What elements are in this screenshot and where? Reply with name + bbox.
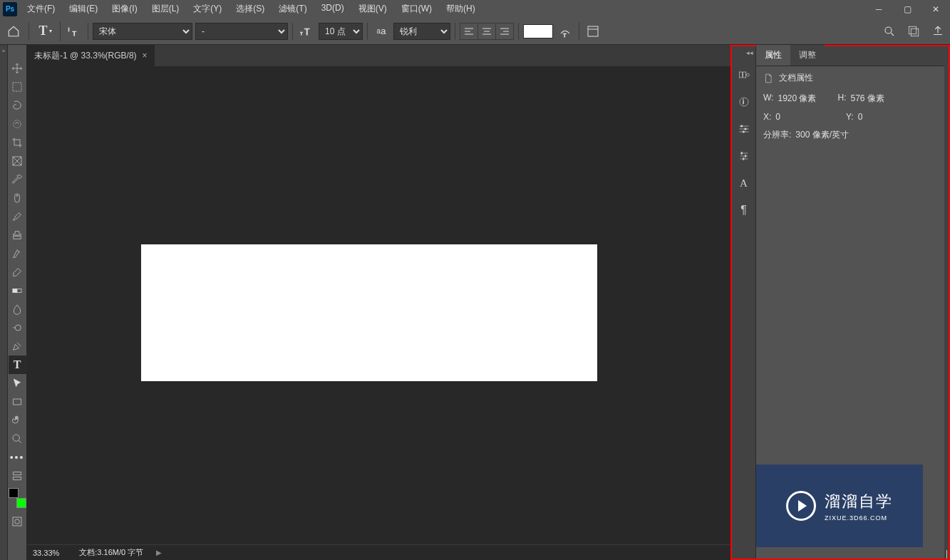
character-panel-button[interactable] — [584, 23, 602, 40]
menu-window[interactable]: 窗口(W) — [394, 0, 439, 18]
svg-point-41 — [740, 98, 748, 106]
svg-text:T: T — [300, 31, 303, 35]
collapse-panels-icon[interactable]: ◂◂ — [746, 49, 753, 56]
search-button[interactable] — [880, 23, 899, 40]
hand-tool[interactable] — [9, 411, 26, 430]
svg-text:T: T — [304, 26, 310, 36]
document-tab[interactable]: 未标题-1 @ 33.3%(RGB/8) × — [27, 45, 155, 66]
svg-point-48 — [743, 131, 745, 133]
canvas-viewport[interactable] — [27, 66, 730, 544]
active-tool-indicator[interactable]: T▾ — [33, 21, 61, 41]
menu-select[interactable]: 选择(S) — [229, 0, 272, 18]
watermark-play-icon — [786, 491, 816, 521]
lasso-tool[interactable] — [9, 96, 26, 115]
menu-help[interactable]: 帮助(H) — [439, 0, 482, 18]
canvas[interactable] — [141, 244, 597, 381]
zoom-level[interactable]: 33.33% — [33, 549, 59, 557]
move-tool[interactable] — [9, 59, 26, 78]
brush-panel-icon[interactable] — [734, 120, 754, 138]
svg-rect-35 — [14, 477, 21, 479]
watermark-text: 溜溜自学 — [825, 491, 893, 512]
toolbox: T ••• — [8, 45, 27, 560]
font-style-select[interactable]: - — [195, 23, 288, 40]
paragraph-panel-icon[interactable]: ¶ — [734, 202, 754, 219]
svg-rect-39 — [743, 72, 745, 78]
quickmask-toggle[interactable] — [9, 512, 26, 531]
align-center-button[interactable] — [478, 24, 495, 39]
zoom-tool[interactable] — [9, 430, 26, 448]
share-button[interactable] — [929, 23, 947, 40]
align-right-button[interactable] — [496, 24, 513, 39]
dodge-tool[interactable] — [9, 318, 26, 337]
eraser-tool[interactable] — [9, 263, 26, 281]
rectangle-tool[interactable] — [9, 393, 26, 411]
divider — [579, 23, 579, 40]
close-button[interactable]: ✕ — [921, 0, 950, 18]
properties-panel: 属性 调整 文档属性 W:1920 像素 H:576 像素 X:0 Y:0 分辨… — [756, 46, 944, 559]
svg-text:T: T — [73, 30, 77, 37]
doc-info[interactable]: 文档:3.16M/0 字节▶ — [79, 547, 162, 558]
clone-stamp-tool[interactable] — [9, 226, 26, 244]
svg-rect-38 — [739, 72, 742, 78]
svg-rect-18 — [909, 26, 917, 34]
right-edge-strip — [944, 46, 949, 559]
character-panel-icon[interactable]: A — [734, 175, 754, 192]
type-tool[interactable]: T — [9, 356, 26, 374]
minimize-button[interactable]: ─ — [864, 0, 893, 18]
frame-tool[interactable] — [9, 152, 26, 170]
foreground-color[interactable] — [9, 488, 19, 498]
menu-image[interactable]: 图像(I) — [105, 0, 144, 18]
path-select-tool[interactable] — [9, 374, 26, 393]
menu-file[interactable]: 文件(F) — [20, 0, 62, 18]
gradient-tool[interactable] — [9, 281, 26, 300]
pen-tool[interactable] — [9, 337, 26, 356]
font-size-select[interactable]: 10 点 — [319, 23, 363, 40]
history-brush-tool[interactable] — [9, 244, 26, 263]
background-color[interactable] — [16, 498, 26, 508]
document-tabbar: 未标题-1 @ 33.3%(RGB/8) × — [27, 45, 730, 66]
quick-select-tool[interactable] — [9, 115, 26, 133]
screen-mode-button[interactable] — [904, 23, 923, 40]
tab-properties[interactable]: 属性 — [756, 45, 790, 66]
info-panel-icon[interactable]: i — [734, 93, 754, 110]
healing-tool[interactable] — [9, 189, 26, 207]
menu-filter[interactable]: 滤镜(T) — [272, 0, 314, 18]
brush-tool[interactable] — [9, 207, 26, 226]
blur-tool[interactable] — [9, 300, 26, 318]
eyedropper-tool[interactable] — [9, 170, 26, 189]
crop-tool[interactable] — [9, 133, 26, 152]
menu-edit[interactable]: 编辑(E) — [62, 0, 105, 18]
divider — [518, 23, 519, 40]
divider — [29, 23, 29, 40]
home-button[interactable] — [3, 21, 24, 41]
more-tools[interactable]: ••• — [9, 448, 26, 467]
titlebar: Ps 文件(F) 编辑(E) 图像(I) 图层(L) 文字(Y) 选择(S) 滤… — [0, 0, 950, 18]
menu-type[interactable]: 文字(Y) — [186, 0, 229, 18]
close-tab-icon[interactable]: × — [143, 51, 148, 61]
maximize-button[interactable]: ▢ — [893, 0, 921, 18]
menu-3d[interactable]: 3D(D) — [314, 0, 351, 18]
marquee-tool[interactable] — [9, 78, 26, 96]
antialias-select[interactable]: 锐利 — [393, 23, 450, 40]
text-orientation-toggle[interactable]: IT — [63, 21, 83, 41]
doc-properties-header: 文档属性 — [763, 72, 937, 84]
prop-resolution: 分辨率: 300 像素/英寸 — [763, 129, 849, 141]
tab-adjustments[interactable]: 调整 — [790, 45, 825, 66]
warp-text-button[interactable]: T — [556, 23, 574, 40]
align-left-button[interactable] — [460, 24, 477, 39]
edit-toolbar-button[interactable] — [9, 467, 26, 485]
svg-point-21 — [14, 120, 21, 128]
menu-view[interactable]: 视图(V) — [351, 0, 394, 18]
right-options — [880, 23, 947, 40]
svg-point-47 — [744, 128, 746, 130]
window-controls: ─ ▢ ✕ — [864, 0, 950, 18]
collapse-chevron-icon[interactable]: » — [2, 48, 5, 54]
color-swatches[interactable] — [9, 488, 26, 508]
menubar: 文件(F) 编辑(E) 图像(I) 图层(L) 文字(Y) 选择(S) 滤镜(T… — [20, 0, 864, 18]
adjustments-panel-icon[interactable] — [734, 147, 754, 165]
status-arrow-icon[interactable]: ▶ — [156, 549, 162, 556]
text-color-swatch[interactable] — [523, 24, 553, 38]
font-family-select[interactable]: 宋体 — [93, 23, 192, 40]
color-panel-icon[interactable] — [734, 66, 754, 83]
menu-layer[interactable]: 图层(L) — [145, 0, 187, 18]
